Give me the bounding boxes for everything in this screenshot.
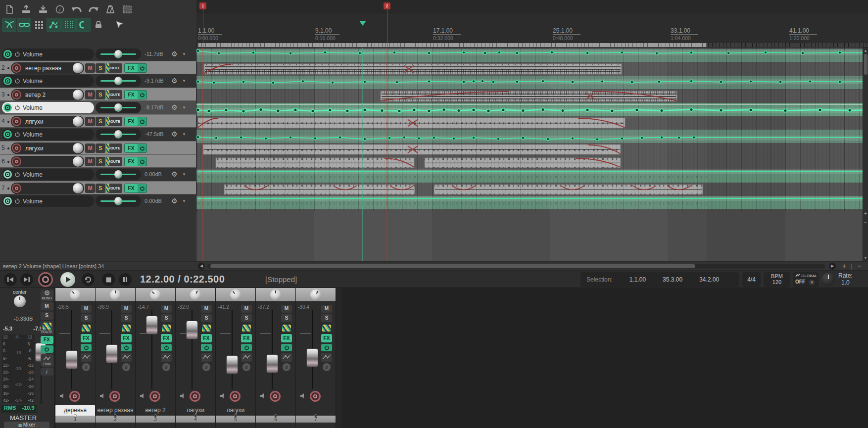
marker-lane[interactable] <box>196 0 868 13</box>
strip-trim-button[interactable] <box>121 353 132 362</box>
horizontal-scrollbar-track[interactable] <box>207 264 825 269</box>
fx-button[interactable]: FX <box>125 91 138 99</box>
strip-number-row[interactable]: 4 <box>176 416 215 423</box>
track-name[interactable]: лягухи <box>25 118 73 125</box>
envelope-point[interactable] <box>819 108 821 111</box>
strip-record-arm-button[interactable] <box>69 391 80 402</box>
envelope-point[interactable] <box>196 108 199 111</box>
strip-phase-button[interactable]: ø <box>162 363 170 371</box>
envelope-point[interactable] <box>611 109 614 112</box>
solo-button[interactable]: S <box>96 63 105 73</box>
envelope-point[interactable] <box>502 108 505 111</box>
record-arm-button[interactable] <box>12 63 21 73</box>
envelope-bypass-icon[interactable] <box>15 170 20 179</box>
envelope-point[interactable] <box>472 80 475 83</box>
envelope-point[interactable] <box>492 81 495 84</box>
envelope-point[interactable] <box>225 109 228 112</box>
envelope-bypass-icon[interactable] <box>15 77 20 86</box>
envelope-point[interactable] <box>358 52 361 55</box>
envelope-point[interactable] <box>749 108 752 111</box>
zoom-in-icon[interactable]: + <box>842 262 846 270</box>
strip-fx-enable-button[interactable] <box>81 344 92 351</box>
envelope-value-slider[interactable] <box>96 129 141 140</box>
master-pan-knob[interactable] <box>14 295 26 307</box>
fx-enable-button[interactable] <box>138 64 146 72</box>
strip-fx-button[interactable]: FX <box>281 334 292 342</box>
strip-fx-enable-button[interactable] <box>321 344 332 351</box>
record-arm-button[interactable] <box>12 90 21 99</box>
envelope-point[interactable] <box>660 136 663 139</box>
envelope-slider-handle[interactable] <box>114 50 122 58</box>
strip-fx-button[interactable]: FX <box>121 334 132 342</box>
strip-phase-button[interactable]: ø <box>202 363 210 371</box>
track-name-pill[interactable] <box>11 183 84 194</box>
envelope-point[interactable] <box>363 138 366 141</box>
solo-button[interactable]: S <box>96 117 105 126</box>
fx-button[interactable]: FX <box>125 64 138 72</box>
snap-icon[interactable] <box>76 18 91 32</box>
fx-button-group[interactable]: FX <box>124 143 147 153</box>
envelope-point[interactable] <box>428 109 431 112</box>
record-arm-button[interactable] <box>12 143 21 153</box>
speaker-icon[interactable] <box>300 392 306 401</box>
record-button[interactable] <box>38 272 53 287</box>
gear-icon[interactable]: ⚙ <box>171 49 178 58</box>
strip-pan-knob[interactable] <box>270 289 281 300</box>
envelope-point[interactable] <box>395 81 398 84</box>
scroll-up-icon[interactable]: ▲ <box>863 48 868 53</box>
route-button[interactable]: ROUTE <box>106 157 122 166</box>
envelope-slider-handle[interactable] <box>114 197 122 205</box>
gear-icon[interactable]: ⚙ <box>171 170 178 179</box>
strip-number-row[interactable]: 6 <box>256 416 295 423</box>
strip-fader-handle[interactable] <box>106 344 118 363</box>
envelope-point[interactable] <box>727 52 730 55</box>
strip-fx-button[interactable]: FX <box>321 334 332 342</box>
envelope-point[interactable] <box>324 51 327 54</box>
envelope-lane-panel[interactable]: Volume-47.5dB⚙▼ <box>0 128 196 141</box>
track-name-pill[interactable]: ветер разная <box>11 62 84 74</box>
master-volume-readout[interactable]: -0.33dB <box>0 316 47 322</box>
route-button[interactable]: ROUTE <box>106 90 122 99</box>
envelope-bypass-icon[interactable] <box>15 197 20 206</box>
master-fx-enable-button[interactable] <box>41 345 53 353</box>
envelope-point[interactable] <box>784 109 787 112</box>
envelope-point[interactable] <box>442 108 445 111</box>
mixer-strip[interactable]: -14.7MSFXøветер 23 <box>136 288 176 428</box>
record-arm-button[interactable] <box>12 184 21 193</box>
strip-mute-button[interactable]: M <box>241 305 252 313</box>
strip-solo-button[interactable]: S <box>201 314 212 322</box>
strip-route-button[interactable] <box>201 324 212 333</box>
strip-fader-handle[interactable] <box>226 355 238 374</box>
marker-flag[interactable]: 1 <box>199 2 206 9</box>
envelope-point[interactable] <box>381 109 384 112</box>
envelope-lane-panel[interactable]: Volume-11.7dB⚙▼ <box>0 48 196 61</box>
strip-mute-button[interactable]: M <box>321 305 332 313</box>
strip-route-button[interactable] <box>321 324 332 333</box>
envelope-point[interactable] <box>571 81 574 84</box>
fx-button-group[interactable]: FX <box>124 117 147 126</box>
envelope-point[interactable] <box>483 51 486 54</box>
master-strip[interactable]: center -0.33dB -5.3 -7.5 1260-6-12-18-24… <box>0 288 55 428</box>
envelope-point[interactable] <box>596 138 599 141</box>
envelope-point[interactable] <box>635 108 638 111</box>
master-fx-button[interactable]: FX <box>41 336 53 344</box>
route-button[interactable]: ROUTE <box>106 184 122 193</box>
strip-record-arm-button[interactable] <box>310 391 321 402</box>
envelope-point[interactable] <box>196 136 199 139</box>
speaker-icon[interactable] <box>99 392 105 401</box>
envelope-active-icon[interactable] <box>3 197 12 205</box>
mixer-strip[interactable]: -36.9MSFXøветер разная2 <box>96 288 136 428</box>
mixer-strip[interactable]: -32.0MSFXøлягухи4 <box>176 288 216 428</box>
ripple-edit-icon[interactable] <box>32 18 46 32</box>
strip-fader-handle[interactable] <box>66 350 78 369</box>
pan-knob[interactable] <box>73 90 83 100</box>
envelope-point[interactable] <box>217 52 220 55</box>
fx-enable-button[interactable] <box>138 144 146 152</box>
strip-fader-track[interactable] <box>232 310 233 389</box>
redo-icon[interactable] <box>87 3 100 16</box>
envelope-point[interactable] <box>457 109 460 112</box>
envelope-point[interactable] <box>289 52 292 55</box>
bpm-value[interactable]: 120 <box>764 279 790 285</box>
selection-length[interactable]: 34.2.00 <box>699 276 719 283</box>
mute-button[interactable]: M <box>85 184 95 193</box>
